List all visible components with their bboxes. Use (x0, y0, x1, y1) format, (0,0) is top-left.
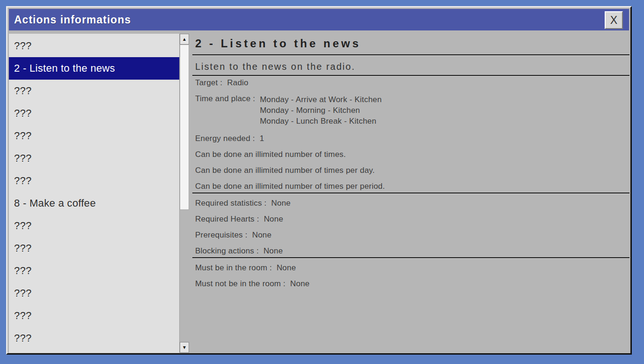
detail-row: Prerequisites :None (195, 230, 629, 240)
detail-panel: 2 - Listen to the news Listen to the new… (189, 34, 631, 353)
detail-value: None (252, 230, 271, 240)
detail-value-line: Monday - Morning - Kitchen (260, 105, 381, 116)
window-title: Actions informations (9, 14, 131, 26)
detail-row: Can be done an illimited number of times… (195, 150, 629, 159)
detail-value: None (271, 199, 291, 208)
detail-row: Time and place :Monday - Arrive at Work … (195, 94, 629, 127)
down-arrow-icon: ▼ (182, 345, 187, 350)
detail-title: 2 - Listen to the news (195, 37, 629, 50)
detail-label: Must not be in the room : (195, 279, 285, 289)
detail-value: Radio (227, 78, 248, 88)
detail-label: Must be in the room : (195, 263, 272, 273)
divider (192, 193, 629, 194)
detail-value: None (263, 246, 283, 256)
detail-label: Target : (195, 78, 222, 88)
detail-value: None (264, 215, 283, 224)
detail-value: None (277, 263, 296, 273)
detail-value-line: Monday - Lunch Break - Kitchen (260, 116, 381, 126)
list-item[interactable]: ??? (9, 327, 179, 349)
scroll-up-button[interactable]: ▲ (180, 34, 189, 45)
scrollbar-thumb[interactable] (180, 45, 189, 210)
close-button[interactable]: X (605, 11, 623, 29)
list-item[interactable]: ??? (9, 125, 179, 147)
detail-description: Listen to the news on the radio. (195, 61, 629, 72)
list-item[interactable]: 2 - Listen to the news (9, 57, 179, 80)
list-item[interactable]: ??? (9, 170, 179, 192)
list-item[interactable]: ??? (9, 35, 179, 57)
detail-row: Required Hearts :None (195, 215, 629, 224)
list-item[interactable]: ??? (9, 260, 179, 282)
action-list: ???2 - Listen to the news???????????????… (9, 34, 179, 353)
detail-value: Monday - Arrive at Work - KitchenMonday … (260, 94, 381, 126)
list-item[interactable]: ??? (9, 305, 179, 327)
detail-label: Energy needed : (195, 134, 255, 143)
detail-row: Energy needed :1 (195, 134, 629, 143)
detail-label: Prerequisites : (195, 230, 248, 240)
detail-text: Can be done an illimited number of times… (195, 182, 385, 191)
detail-row: Target :Radio (195, 78, 629, 88)
detail-text: Can be done an illimited number of times… (195, 150, 346, 159)
divider (192, 54, 629, 56)
list-item[interactable]: ??? (9, 102, 179, 125)
detail-rows: Target :RadioTime and place :Monday - Ar… (192, 76, 629, 289)
detail-row: Can be done an illimited number of times… (195, 182, 629, 191)
detail-row: Blocking actions :None (195, 246, 629, 256)
detail-value-line: Monday - Arrive at Work - Kitchen (260, 94, 381, 105)
detail-label: Blocking actions : (195, 246, 259, 256)
detail-row: Must not be in the room :None (195, 279, 629, 289)
list-item[interactable]: ??? (9, 282, 179, 305)
detail-row: Must be in the room :None (195, 263, 629, 273)
detail-value: 1 (260, 134, 264, 143)
list-item[interactable]: ??? (9, 80, 179, 102)
detail-value: None (290, 279, 309, 289)
list-item[interactable]: 8 - Make a coffee (9, 192, 179, 215)
divider (192, 257, 629, 259)
title-bar: Actions informations X (9, 9, 629, 30)
list-item[interactable]: ??? (9, 237, 179, 260)
list-item[interactable]: ??? (9, 147, 179, 170)
detail-row: Can be done an illimited number of times… (195, 166, 629, 175)
detail-row: Required statistics :None (195, 199, 629, 208)
detail-label: Required statistics : (195, 199, 267, 208)
list-scrollbar: ▲ ▼ (179, 34, 189, 353)
actions-window: Actions informations X ???2 - Listen to … (6, 6, 632, 355)
scroll-down-button[interactable]: ▼ (180, 342, 189, 353)
detail-text: Can be done an illimited number of times… (195, 166, 375, 175)
list-item[interactable]: ??? (9, 215, 179, 237)
scrollbar-track[interactable] (180, 45, 189, 342)
detail-label: Required Hearts : (195, 215, 259, 224)
detail-label: Time and place : (195, 94, 255, 127)
up-arrow-icon: ▲ (182, 37, 187, 42)
